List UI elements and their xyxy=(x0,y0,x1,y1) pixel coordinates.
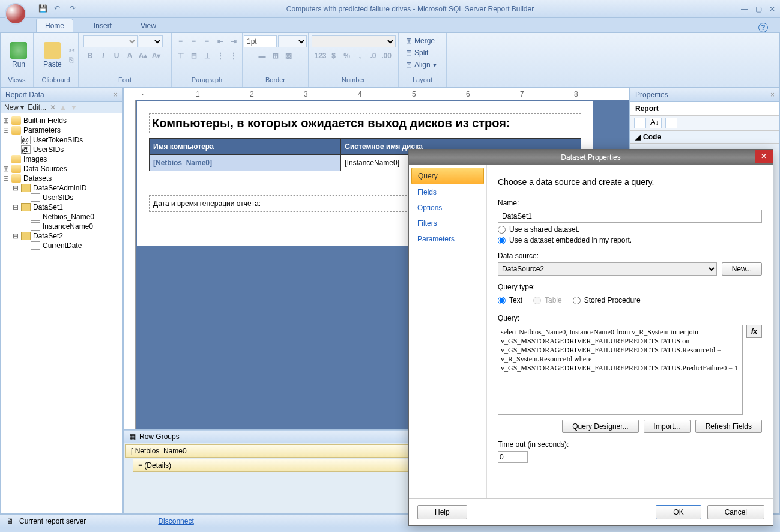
tab-view[interactable]: View xyxy=(132,19,165,32)
merge-button[interactable]: ⊞Merge xyxy=(404,35,437,46)
run-button[interactable]: Run xyxy=(5,40,32,71)
import-button[interactable]: Import... xyxy=(644,420,691,433)
font-color-button[interactable]: A xyxy=(123,50,136,62)
shared-radio-row[interactable]: Use a shared dataset. xyxy=(498,225,762,234)
tree-ds1[interactable]: ⊟DataSet1 xyxy=(3,202,120,212)
shared-radio[interactable] xyxy=(498,226,506,234)
align-bottom-button[interactable]: ⊥ xyxy=(201,50,214,62)
tab-home[interactable]: Home xyxy=(36,19,73,32)
tree-userSIDs[interactable]: @UserSIDs xyxy=(3,145,120,154)
font-family-select[interactable] xyxy=(83,35,138,47)
dialog-close-button[interactable]: ✕ xyxy=(755,150,773,163)
panel-close-icon[interactable]: × xyxy=(770,91,775,99)
help-icon[interactable]: ? xyxy=(758,23,768,32)
edit-button[interactable]: Edit... xyxy=(28,103,46,112)
tree-currentdate[interactable]: CurrentDate xyxy=(3,241,120,250)
minimize-icon[interactable]: — xyxy=(741,5,748,13)
increase-indent-button[interactable]: ⇥ xyxy=(227,35,240,47)
close-icon[interactable]: ✕ xyxy=(769,5,775,13)
property-category[interactable]: ◢Code xyxy=(630,131,779,144)
tree-usertokenSIDs[interactable]: @UserTokenSIDs xyxy=(3,135,120,145)
datasource-select[interactable]: DataSource2 xyxy=(498,262,717,276)
cancel-button[interactable]: Cancel xyxy=(707,505,764,519)
font-size-select[interactable] xyxy=(139,35,163,47)
tree-usersids-col[interactable]: UserSIDs xyxy=(3,193,120,202)
qt-text-radio[interactable] xyxy=(498,297,506,304)
copy-icon[interactable]: ⎘ xyxy=(69,56,79,64)
qt-sp-row[interactable]: Stored Procedure xyxy=(573,296,641,304)
tree-ds2[interactable]: ⊟DataSet2 xyxy=(3,231,120,241)
currency-button[interactable]: $ xyxy=(327,50,340,62)
qt-text-row[interactable]: Text xyxy=(498,296,522,304)
thousands-button[interactable]: , xyxy=(354,50,367,62)
align-top-button[interactable]: ⊤ xyxy=(174,50,187,62)
fill-color-button[interactable]: ▨ xyxy=(282,50,295,62)
app-orb[interactable] xyxy=(5,3,26,25)
grow-font-button[interactable]: A▴ xyxy=(136,50,150,62)
name-input[interactable] xyxy=(498,210,762,223)
nav-fields[interactable]: Fields xyxy=(411,184,484,200)
maximize-icon[interactable]: ▢ xyxy=(755,5,762,13)
report-title-textbox[interactable]: Компьютеры, в которых ожидается выход ди… xyxy=(149,113,581,133)
bold-button[interactable]: B xyxy=(83,50,97,62)
align-center-button[interactable]: ≡ xyxy=(187,35,201,47)
split-button[interactable]: ⊟Split xyxy=(404,47,431,58)
underline-button[interactable]: U xyxy=(110,50,123,62)
align-middle-button[interactable]: ⊟ xyxy=(187,50,201,62)
cut-icon[interactable]: ✂ xyxy=(69,46,79,55)
cell-netbios[interactable]: [Netbios_Name0] xyxy=(150,155,341,171)
ok-button[interactable]: OK xyxy=(656,505,701,519)
disconnect-link[interactable]: Disconnect xyxy=(158,517,193,525)
placeholder-button[interactable]: 123 xyxy=(314,50,327,62)
borders-button[interactable]: ⊞ xyxy=(269,50,282,62)
border-style-select[interactable] xyxy=(278,35,307,47)
dialog-titlebar[interactable]: Dataset Properties ✕ xyxy=(409,150,773,165)
help-button[interactable]: Help xyxy=(417,505,467,519)
save-icon[interactable]: 💾 xyxy=(38,4,48,14)
nav-query[interactable]: Query xyxy=(411,168,484,184)
border-color-button[interactable]: ▬ xyxy=(256,50,269,62)
tab-insert[interactable]: Insert xyxy=(85,19,120,32)
query-textarea[interactable] xyxy=(498,325,743,415)
tree-netbios[interactable]: Netbios_Name0 xyxy=(3,212,120,222)
move-up-icon[interactable]: ▲ xyxy=(59,103,67,112)
qt-sp-radio[interactable] xyxy=(573,297,581,304)
nav-filters[interactable]: Filters xyxy=(411,216,484,231)
delete-icon[interactable]: ✕ xyxy=(50,103,56,112)
timeout-input[interactable] xyxy=(498,451,528,463)
property-pages-button[interactable] xyxy=(665,118,677,128)
nav-parameters[interactable]: Parameters xyxy=(411,231,484,247)
align-button[interactable]: ⊡Align ▾ xyxy=(404,59,439,70)
percent-button[interactable]: % xyxy=(340,50,354,62)
embedded-radio[interactable] xyxy=(498,237,506,244)
border-weight-select[interactable] xyxy=(244,35,277,47)
move-down-icon[interactable]: ▼ xyxy=(70,103,77,112)
align-right-button[interactable]: ≡ xyxy=(201,35,214,47)
new-datasource-button[interactable]: New... xyxy=(722,262,762,276)
paste-button[interactable]: Paste xyxy=(38,40,67,71)
new-button[interactable]: New ▾ xyxy=(4,103,24,112)
column-header-1[interactable]: Имя компьютера xyxy=(150,139,341,155)
bullets-button[interactable]: ⋮ xyxy=(214,50,227,62)
align-left-button[interactable]: ≡ xyxy=(174,35,187,47)
numbering-button[interactable]: ⋮ xyxy=(227,50,240,62)
tree-instance[interactable]: InstanceName0 xyxy=(3,222,120,231)
tree-parameters[interactable]: ⊟Parameters xyxy=(3,125,120,135)
embedded-radio-row[interactable]: Use a dataset embedded in my report. xyxy=(498,236,762,244)
tree-datasources[interactable]: ⊞Data Sources xyxy=(3,164,120,174)
decrease-decimal-button[interactable]: .00 xyxy=(380,50,393,62)
categorize-button[interactable] xyxy=(634,118,646,128)
number-format-select[interactable] xyxy=(312,35,396,47)
tree-builtin[interactable]: ⊞Built-in Fields xyxy=(3,116,120,125)
undo-icon[interactable]: ↶ xyxy=(54,4,64,14)
tree-dsadmin[interactable]: ⊟DataSetAdminID xyxy=(3,183,120,193)
italic-button[interactable]: I xyxy=(97,50,110,62)
fx-button[interactable]: fx xyxy=(746,325,762,338)
increase-decimal-button[interactable]: .0 xyxy=(367,50,380,62)
alphabetize-button[interactable]: A↓ xyxy=(650,118,662,128)
shrink-font-button[interactable]: A▾ xyxy=(150,50,163,62)
decrease-indent-button[interactable]: ⇤ xyxy=(214,35,227,47)
redo-icon[interactable]: ↷ xyxy=(70,4,79,14)
panel-close-icon[interactable]: × xyxy=(113,91,118,99)
nav-options[interactable]: Options xyxy=(411,200,484,216)
